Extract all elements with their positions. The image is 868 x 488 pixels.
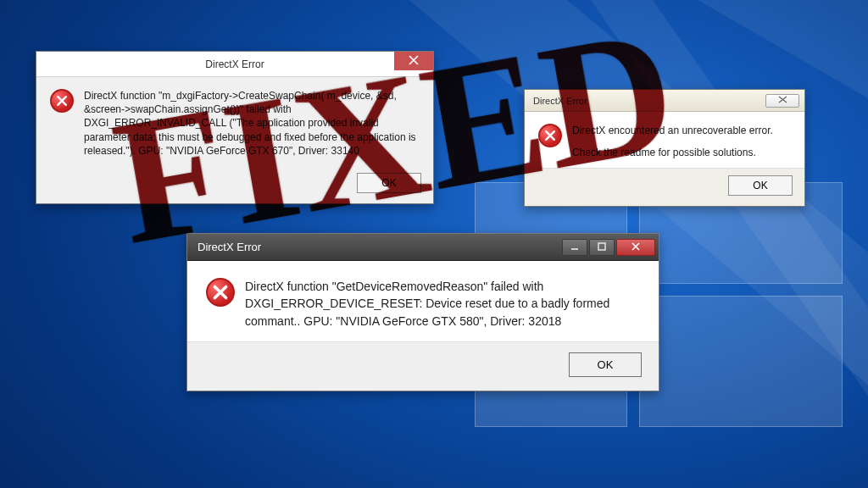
error-message-line: Check the readme for possible solutions. [572,146,773,159]
error-icon [50,89,74,113]
close-icon [631,241,641,253]
titlebar[interactable]: DirectX Error [525,90,804,112]
svg-rect-0 [598,243,605,250]
error-message-line: DirectX encountered an unrecoverable err… [572,124,773,137]
minimize-button[interactable] [562,239,587,256]
directx-error-dialog-2: DirectX Error DirectX encountered an unr… [524,89,805,207]
error-icon [538,124,562,147]
directx-error-dialog-3: DirectX Error DirectX function "GetDevic… [186,233,659,391]
close-button[interactable] [616,239,655,256]
ok-button[interactable]: OK [357,173,421,193]
error-message: DirectX encountered an unrecoverable err… [572,124,773,159]
close-button[interactable] [394,52,433,70]
error-message: DirectX function "GetDeviceRemovedReason… [245,278,638,330]
directx-error-dialog-1: DirectX Error DirectX function "m_dxgiFa… [36,51,434,204]
maximize-icon [598,241,606,253]
window-title: DirectX Error [198,241,261,253]
error-message: DirectX function "m_dxgiFactory->CreateS… [84,89,418,158]
ok-button[interactable]: OK [569,352,642,377]
titlebar[interactable]: DirectX Error [36,52,433,77]
window-title: DirectX Error [205,58,264,70]
ok-button[interactable]: OK [728,175,793,196]
window-title: DirectX Error [533,96,587,106]
error-icon [206,278,235,307]
minimize-icon [570,241,579,253]
maximize-button[interactable] [589,239,615,256]
close-icon [778,96,787,105]
titlebar[interactable]: DirectX Error [187,234,659,261]
close-icon [409,54,419,68]
close-button[interactable] [765,94,799,108]
